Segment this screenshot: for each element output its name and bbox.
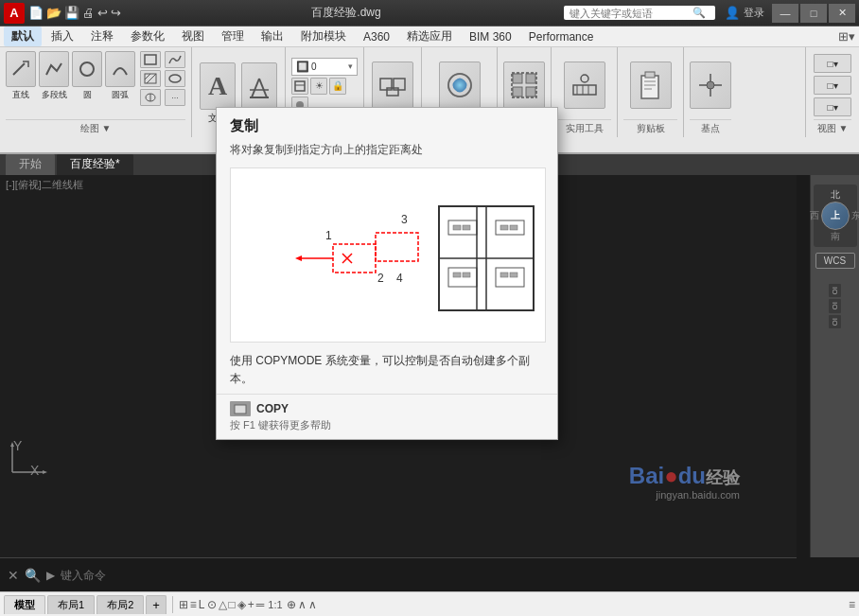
draw-group-label[interactable]: 绘图 ▼ (6, 119, 185, 135)
basepoint-icon[interactable] (690, 62, 731, 109)
svg-line-11 (259, 79, 267, 97)
window-controls: — □ ✕ (772, 4, 855, 23)
status-icon-ann[interactable]: ⊕ (287, 598, 296, 611)
status-icon-osnap[interactable]: △ (219, 598, 227, 611)
io-btn-2[interactable]: IO (829, 299, 841, 312)
ribbon-group-utility: 实用工具 (552, 47, 618, 137)
cmd-search-btn[interactable]: 🔍 (25, 568, 41, 583)
io-btn-3[interactable]: IO (829, 315, 841, 328)
draw-more-icon[interactable]: ··· (165, 89, 185, 106)
redo-icon[interactable]: ↪ (111, 6, 121, 20)
view-btn-3[interactable]: □▾ (814, 97, 851, 116)
svg-rect-2 (145, 55, 156, 64)
view-group-label[interactable]: 视图 ▼ (814, 119, 851, 135)
save-icon[interactable]: 💾 (64, 6, 79, 20)
io-btn-1[interactable]: IO (829, 284, 841, 297)
status-scale[interactable]: 1:1 (268, 599, 282, 610)
cmd-name: COPY (256, 402, 289, 415)
group-icon[interactable] (503, 62, 545, 109)
status-icon-grid[interactable]: ⊞ (179, 598, 188, 611)
basepoint-group-label[interactable]: 基点 (690, 119, 731, 135)
utility-group-label[interactable]: 实用工具 (557, 119, 611, 135)
compass-up-label: 上 (831, 209, 840, 222)
draw-polyline-icon[interactable] (39, 51, 69, 87)
compass-circle[interactable]: 上 (821, 202, 850, 230)
maximize-button[interactable]: □ (800, 4, 827, 23)
svg-rect-22 (526, 74, 535, 83)
quick-access-toolbar: 📄 📂 💾 🖨 ↩ ↪ (28, 6, 121, 20)
close-button[interactable]: ✕ (829, 4, 855, 23)
menu-item-manage[interactable]: 管理 (214, 26, 252, 46)
layer-control[interactable]: 🔲 0 ▾ (291, 58, 358, 76)
layer-btn-2[interactable]: ☀ (310, 78, 327, 95)
command-input[interactable] (61, 569, 789, 582)
status-icon-ortho[interactable]: L (199, 598, 205, 611)
status-icon-polar[interactable]: ⊙ (207, 598, 217, 611)
draw-line-icon[interactable] (6, 51, 36, 87)
status-tab-layout2[interactable]: 布局2 (96, 595, 144, 614)
draw-gradient-icon[interactable] (140, 89, 161, 106)
status-icon-menu[interactable]: ≡ (849, 598, 855, 611)
user-icon[interactable]: 👤 (725, 6, 740, 20)
svg-marker-42 (43, 470, 47, 474)
text-icon[interactable]: A (200, 62, 236, 110)
menu-item-featured[interactable]: 精选应用 (399, 26, 460, 46)
utility-icon[interactable] (564, 62, 605, 109)
open-icon[interactable]: 📂 (46, 6, 61, 20)
menu-item-performance[interactable]: Performance (521, 28, 602, 45)
draw-arc-icon[interactable] (105, 51, 135, 87)
view-btn-1[interactable]: □▾ (814, 54, 851, 73)
status-tab-layout1[interactable]: 布局1 (47, 595, 95, 614)
status-tab-model[interactable]: 模型 (4, 595, 45, 614)
clipboard-group-label[interactable]: 剪贴板 (623, 119, 677, 135)
line-label: 直线 (12, 89, 29, 101)
draw-hatch-icon[interactable] (140, 70, 161, 87)
search-icon[interactable]: 🔍 (692, 7, 706, 19)
properties-icon[interactable] (439, 62, 481, 109)
new-icon[interactable]: 📄 (28, 6, 44, 20)
minimize-button[interactable]: — (772, 4, 798, 23)
undo-icon[interactable]: ↩ (97, 6, 108, 20)
panel-toggle-icon[interactable]: ⊞▾ (838, 29, 855, 44)
svg-text:4: 4 (396, 272, 403, 285)
tab-start[interactable]: 开始 (6, 153, 55, 175)
draw-circle-icon[interactable] (72, 51, 102, 87)
draw-rect-icon[interactable] (140, 51, 161, 68)
status-icon-isol[interactable]: ∧ (308, 598, 317, 611)
layer-btn-3[interactable]: 🔒 (329, 78, 346, 95)
view-btn-2[interactable]: □▾ (814, 76, 851, 95)
block-icon[interactable] (372, 62, 413, 109)
svg-point-1 (80, 62, 94, 76)
menu-item-insert[interactable]: 插入 (44, 26, 81, 46)
menu-item-bim360[interactable]: BIM 360 (462, 28, 519, 45)
svg-marker-41 (10, 442, 14, 447)
tab-document[interactable]: 百度经验* (57, 153, 133, 175)
login-label[interactable]: 登录 (744, 6, 764, 20)
wcs-button[interactable]: WCS (815, 253, 855, 269)
draw-spline-icon[interactable] (165, 51, 185, 68)
menu-item-annotate[interactable]: 注释 (83, 26, 121, 46)
print-icon[interactable]: 🖨 (82, 6, 95, 20)
search-input[interactable] (570, 8, 692, 19)
menu-item-addons[interactable]: 附加模块 (293, 26, 354, 46)
status-icon-ucs[interactable]: ◈ (237, 598, 246, 611)
status-icon-dyn[interactable]: + (248, 598, 254, 611)
status-icon-ws[interactable]: ∧ (298, 598, 307, 611)
baidu-logo-bai: Bai (629, 463, 664, 488)
status-icon-snap[interactable]: ≡ (190, 598, 197, 611)
layer-btn-1[interactable] (291, 78, 308, 95)
menu-item-view[interactable]: 视图 (174, 26, 212, 46)
menu-item-default[interactable]: 默认 (4, 26, 42, 46)
ribbon-view-controls: □▾ □▾ □▾ 视图 ▼ (805, 47, 859, 137)
menu-item-parametric[interactable]: 参数化 (123, 26, 172, 46)
status-add-tab[interactable]: + (146, 595, 167, 614)
status-icon-lw[interactable]: ═ (256, 598, 265, 611)
marker-icon[interactable] (241, 62, 277, 110)
cmd-close-btn[interactable]: ✕ (8, 568, 19, 583)
menu-item-a360[interactable]: A360 (356, 28, 397, 45)
status-icon-otrack[interactable]: □ (229, 598, 236, 611)
clipboard-icon[interactable] (630, 62, 672, 109)
draw-ellipse-icon[interactable] (165, 70, 185, 87)
svg-text:1: 1 (325, 229, 332, 242)
menu-item-output[interactable]: 输出 (254, 26, 291, 46)
